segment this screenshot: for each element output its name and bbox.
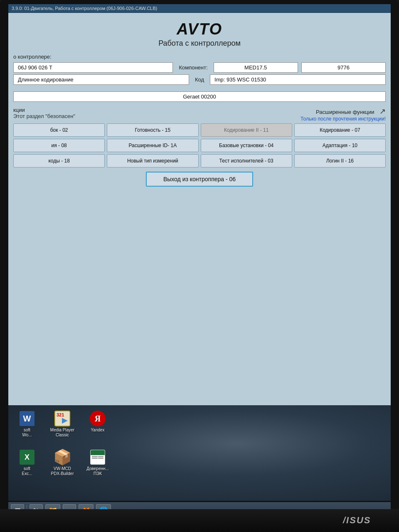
msexcel-label: softExc... <box>22 466 32 476</box>
btn-12[interactable]: Логин II - 16 <box>294 154 386 167</box>
extended-functions-label: Расширенные функции <box>316 109 374 115</box>
vwmcd-icon-img: 📦 <box>54 449 71 466</box>
btn-5[interactable]: ия - 08 <box>13 139 105 152</box>
app-header: AVTO Работа с контроллером <box>8 13 391 51</box>
btn-10[interactable]: Новый тип измерений <box>107 154 198 167</box>
buttons-grid: бок - 02 Готовность - 15 Кодирование II … <box>13 123 386 167</box>
btn-9[interactable]: коды - 18 <box>13 154 105 167</box>
functions-right: Расширенные функции ↗ Только после прочт… <box>300 107 386 122</box>
vwmcd-label: VW-MCDPDX-Builder <box>51 466 74 476</box>
bottom-bezel: /ISUS <box>0 509 399 532</box>
title-bar: 3.9.0: 01-Двигатель, Работа с контроллер… <box>8 4 391 13</box>
mpc-label: Media PlayerClassic <box>50 428 74 438</box>
btn-6[interactable]: Расширенные ID- 1A <box>107 139 198 152</box>
icon-vwmcd[interactable]: 📦 VW-MCDPDX-Builder <box>48 449 77 476</box>
laptop-bezel: 3.9.0: 01-Двигатель, Работа с контроллер… <box>0 0 399 532</box>
asus-logo: /ISUS <box>341 513 382 528</box>
icon-msword[interactable]: W softWo... <box>12 410 42 438</box>
icon-msexcel[interactable]: X softExc... <box>12 449 42 476</box>
safe-label: Этот раздел "безопасен" <box>13 113 75 119</box>
desktop-icons-row1: W softWo... Media PlayerClassic Я Yandex <box>12 410 112 438</box>
functions-left: кции Этот раздел "безопасен" <box>13 107 75 119</box>
app-subtitle: Работа с контроллером <box>8 39 391 48</box>
exit-row: Выход из контроппера - 06 <box>13 172 386 187</box>
info-grid: 06J 906 026 T Компонент: MED17.5 9776 Дл… <box>8 61 391 88</box>
geraet-cell: Geraet 00200 <box>13 91 386 102</box>
app-window: AVTO Работа с контроллером о контроллере… <box>8 13 391 449</box>
screen-area: 3.9.0: 01-Двигатель, Работа с контроллер… <box>8 4 391 449</box>
yandex-icon: Я <box>90 411 106 426</box>
geraet-row: Geraet 00200 <box>8 91 391 103</box>
controller-label: о контроллере: <box>8 51 391 61</box>
btn-2[interactable]: Готовность - 15 <box>107 123 198 137</box>
app-title: AVTO <box>8 20 391 38</box>
desktop-icons-row2: X softExc... 📦 VW-MCDPDX-Builder <box>12 449 112 476</box>
vwmcd-icon: 📦 <box>53 448 72 466</box>
code-value: Imp: 935 WSC 01530 <box>210 74 386 85</box>
functions-header: кции Этот раздел "безопасен" Расширенные… <box>13 107 386 122</box>
component-value: MED17.5 <box>214 62 298 73</box>
trusted-icon <box>90 450 105 465</box>
msexcel-icon-img: X <box>19 449 35 466</box>
exit-button[interactable]: Выход из контроппера - 06 <box>146 172 253 187</box>
msword-label: softWo... <box>22 428 32 438</box>
trusted-label: Доверенн...ПЭК <box>86 466 109 476</box>
functions-label: кции <box>13 107 75 113</box>
cursor-icon: ↗ <box>379 107 386 116</box>
btn-1[interactable]: бок - 02 <box>13 123 105 137</box>
code-label: Код <box>192 75 207 84</box>
warning-label: Только после прочтения инструкции! <box>300 116 386 122</box>
btn-8[interactable]: Адаптация - 10 <box>294 139 386 152</box>
component-num: 9776 <box>301 62 386 73</box>
component-label: Компонент: <box>176 63 210 72</box>
msword-icon: W <box>19 410 35 427</box>
btn-7[interactable]: Базовые установки - 04 <box>201 139 292 152</box>
btn-3[interactable]: Кодирование II - 11 <box>201 123 292 137</box>
encoding-row: Длинное кодирование Код Imp: 935 WSC 015… <box>13 74 386 85</box>
functions-area: кции Этот раздел "безопасен" Расширенные… <box>8 104 391 189</box>
btn-11[interactable]: Тест исполнителей - 03 <box>201 154 292 167</box>
btn-4[interactable]: Кодирование - 07 <box>294 123 386 137</box>
yandex-icon-img: Я <box>89 410 106 427</box>
yandex-label: Yandex <box>91 428 104 433</box>
controller-id-row: 06J 906 026 T Компонент: MED17.5 9776 <box>13 62 386 73</box>
icon-trusted[interactable]: Доверенн...ПЭК <box>83 449 112 476</box>
desktop-area: W softWo... Media PlayerClassic Я Yandex <box>8 405 391 501</box>
svg-text:/ISUS: /ISUS <box>342 515 371 525</box>
icon-mpc[interactable]: Media PlayerClassic <box>48 410 77 438</box>
trusted-icon-img <box>89 449 106 466</box>
encoding-label: Длинное кодирование <box>13 74 189 85</box>
mpc-icon-img <box>54 410 71 427</box>
controller-id-cell: 06J 906 026 T <box>13 62 173 73</box>
window-title: 3.9.0: 01-Двигатель, Работа с контроллер… <box>12 6 157 11</box>
mpc-icon <box>54 411 70 426</box>
icon-yandex[interactable]: Я Yandex <box>83 410 112 438</box>
